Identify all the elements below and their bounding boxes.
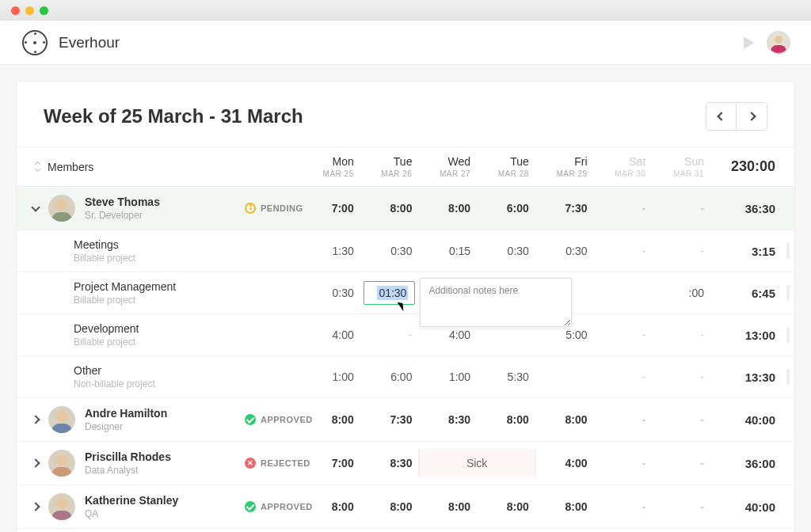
time-cell[interactable]: 8:00 xyxy=(418,492,477,521)
member-cell[interactable]: Lester Young xyxy=(17,529,238,532)
timesheet-card: Week of 25 March - 31 March Members MonM… xyxy=(16,81,795,532)
sort-icon[interactable] xyxy=(36,162,40,171)
member-role: Sr. Developer xyxy=(85,210,160,221)
row-total: 13:30 xyxy=(710,363,782,392)
task-cell[interactable]: DevelopmentBillable project xyxy=(17,314,238,355)
drag-handle-icon[interactable] xyxy=(786,285,790,301)
member-cell[interactable]: Steve ThomasSr. Developer xyxy=(17,187,238,230)
status-badge: REJECTED xyxy=(238,450,302,477)
member-role: QA xyxy=(85,508,178,519)
member-row: Lester Young xyxy=(17,529,794,532)
members-column-header[interactable]: Members xyxy=(48,161,93,173)
time-cell[interactable]: - xyxy=(594,237,653,265)
member-cell[interactable]: Priscilla RhodesData Analyst xyxy=(17,442,238,484)
pending-icon xyxy=(245,203,256,214)
task-name: Meetings xyxy=(74,238,232,251)
next-week-button[interactable] xyxy=(737,103,767,130)
app-bar: Everhour xyxy=(0,21,811,65)
task-cell[interactable]: OtherNon-billable project xyxy=(17,356,238,397)
time-cell[interactable]: - xyxy=(594,321,653,349)
time-cell[interactable]: 7:00 xyxy=(302,449,360,477)
time-cell[interactable]: - xyxy=(594,194,653,222)
time-cell[interactable]: 0:30 xyxy=(477,237,535,265)
time-cell[interactable]: - xyxy=(652,363,710,391)
time-cell[interactable]: 0:30 xyxy=(535,237,594,265)
time-cell[interactable]: 4:00 xyxy=(535,449,594,477)
time-cell[interactable]: 8:00 xyxy=(535,405,594,434)
time-cell[interactable]: 4:00 xyxy=(302,321,360,349)
time-cell[interactable]: 8:00 xyxy=(302,405,360,434)
task-name: Other xyxy=(74,364,232,377)
notes-popover[interactable]: Additional notes here xyxy=(420,278,572,327)
time-cell[interactable]: - xyxy=(594,492,653,521)
member-cell[interactable]: Katherine StanleyQA xyxy=(17,485,238,528)
chevron-down-icon[interactable] xyxy=(31,203,40,211)
chevron-right-icon[interactable] xyxy=(31,502,40,511)
time-cell[interactable]: :00 xyxy=(652,279,710,307)
member-row: Katherine StanleyQAAPPROVED8:008:008:008… xyxy=(17,485,794,529)
window-zoom-dot[interactable] xyxy=(40,6,48,15)
time-cell[interactable]: - xyxy=(360,321,419,349)
task-row: Project ManagementBillable project0:3001… xyxy=(17,272,794,314)
member-role: Data Analyst xyxy=(85,465,171,476)
start-timer-icon[interactable] xyxy=(744,36,754,49)
time-cell[interactable] xyxy=(594,285,653,301)
time-cell[interactable]: 8:00 xyxy=(418,194,477,222)
member-name: Katherine Stanley xyxy=(85,494,178,507)
status-badge: APPROVED xyxy=(238,406,302,433)
time-cell[interactable]: 8:00 xyxy=(477,492,535,521)
app-title: Everhour xyxy=(59,34,120,51)
current-user-avatar[interactable] xyxy=(768,32,789,53)
time-cell[interactable]: 6:00 xyxy=(360,363,419,391)
time-cell[interactable]: 8:00 xyxy=(535,492,594,521)
task-cell[interactable]: Project ManagementBillable project xyxy=(17,272,238,314)
prev-week-button[interactable] xyxy=(706,103,737,130)
member-cell[interactable]: Andre HamiltonDesigner xyxy=(17,398,238,441)
time-cell[interactable]: 8:30 xyxy=(418,405,477,434)
task-cell[interactable]: MeetingsBillable project xyxy=(17,230,238,272)
time-cell[interactable]: 0:15 xyxy=(418,237,477,265)
time-cell[interactable]: - xyxy=(652,405,710,434)
drag-handle-icon[interactable] xyxy=(786,369,790,385)
chevron-right-icon[interactable] xyxy=(31,458,40,467)
window-minimize-dot[interactable] xyxy=(25,6,34,15)
time-cell[interactable]: - xyxy=(652,237,710,265)
task-row: OtherNon-billable project1:006:001:005:3… xyxy=(17,356,794,398)
time-cell[interactable]: - xyxy=(652,321,710,349)
time-cell[interactable]: 8:30 xyxy=(360,449,419,477)
time-cell[interactable]: 0:30 xyxy=(302,279,360,307)
day-header-sun: SunMAR 31 xyxy=(652,147,710,186)
drag-handle-icon[interactable] xyxy=(786,327,790,343)
time-edit-cell[interactable]: 01:30Additional notes here xyxy=(360,278,419,308)
time-cell[interactable]: 7:30 xyxy=(535,194,594,222)
time-cell[interactable]: - xyxy=(594,405,653,434)
drag-handle-icon[interactable] xyxy=(786,243,790,259)
time-cell[interactable]: 5:30 xyxy=(477,363,535,391)
time-cell[interactable]: 7:00 xyxy=(302,194,360,222)
time-cell[interactable]: 1:00 xyxy=(302,363,360,391)
member-role: Designer xyxy=(85,421,167,432)
time-cell[interactable]: 6:00 xyxy=(477,194,535,222)
task-subtitle: Non-billable project xyxy=(74,378,232,390)
time-cell[interactable]: - xyxy=(652,492,710,521)
chevron-left-icon xyxy=(717,112,725,120)
time-cell[interactable]: 0:30 xyxy=(360,237,419,265)
time-cell[interactable]: 8:00 xyxy=(360,492,419,521)
time-cell[interactable]: 7:30 xyxy=(360,405,419,434)
chevron-right-icon xyxy=(747,112,756,120)
time-cell[interactable]: 1:30 xyxy=(302,237,360,265)
time-cell[interactable]: 1:00 xyxy=(418,363,477,391)
time-cell[interactable] xyxy=(477,327,535,343)
time-cell[interactable]: - xyxy=(652,194,710,222)
time-cell[interactable]: 8:00 xyxy=(302,492,360,521)
time-cell[interactable]: - xyxy=(652,449,710,477)
time-cell[interactable] xyxy=(535,369,594,385)
time-cell[interactable]: - xyxy=(594,449,653,477)
time-cell[interactable]: 8:00 xyxy=(360,194,419,222)
window-close-dot[interactable] xyxy=(11,6,20,15)
approved-icon xyxy=(245,414,256,425)
time-cell[interactable]: 8:00 xyxy=(477,405,535,434)
time-cell[interactable]: - xyxy=(594,363,653,391)
member-row: Steve ThomasSr. DeveloperPENDING7:008:00… xyxy=(17,187,794,230)
chevron-right-icon[interactable] xyxy=(31,415,40,424)
